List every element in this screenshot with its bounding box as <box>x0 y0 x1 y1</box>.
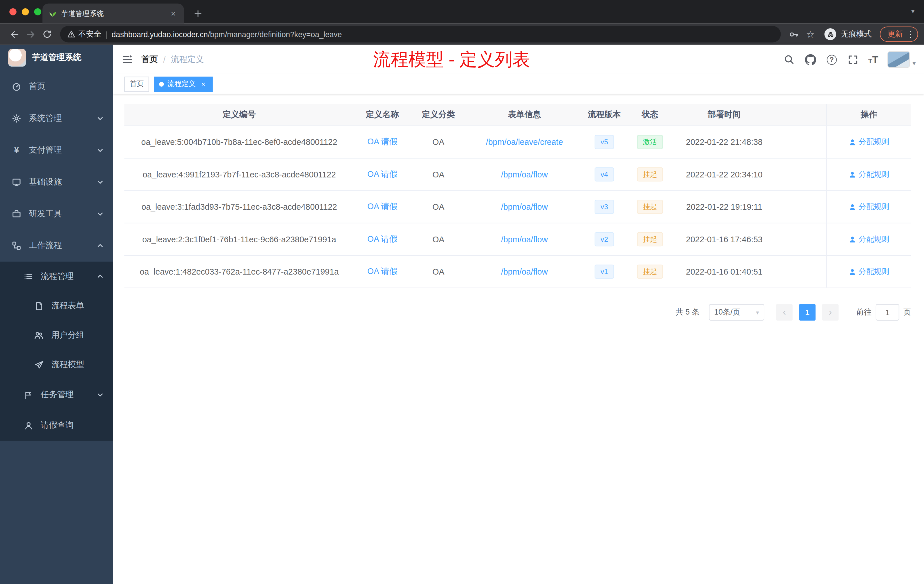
sidebar-item-user-group[interactable]: 用户分组 <box>0 320 113 350</box>
window-minimize-button[interactable] <box>22 8 29 15</box>
goto-label: 前往 <box>856 307 872 318</box>
browser-menu-icon[interactable]: ⋮ <box>906 30 915 39</box>
users-icon <box>34 331 44 340</box>
tab-search-chevron-icon[interactable]: ▾ <box>911 8 914 15</box>
form-link[interactable]: /bpm/oa/leave/create <box>486 137 563 147</box>
definition-id: oa_leave:5:004b710b-7b8a-11ec-8ef0-acde4… <box>141 137 337 147</box>
sidebar-item-task-management[interactable]: 任务管理 <box>0 379 113 410</box>
flag-icon <box>24 390 33 399</box>
font-small-glyph: T <box>868 57 872 64</box>
chevron-down-icon <box>97 178 104 186</box>
definition-name-link[interactable]: OA 请假 <box>368 234 398 244</box>
table-row: oa_leave:2:3c1f0ef1-76b1-11ec-9c66-a2380… <box>124 223 911 256</box>
action-label: 分配规则 <box>858 201 889 212</box>
assign-rule-button[interactable]: 分配规则 <box>848 234 889 244</box>
definition-category: OA <box>432 267 445 276</box>
next-page-button[interactable]: › <box>822 304 838 320</box>
version-badge: v4 <box>594 167 614 182</box>
deploy-time: 2022-01-22 20:34:10 <box>686 170 762 179</box>
sidebar-item-leave-query[interactable]: 请假查询 <box>0 410 113 441</box>
question-glyph: ? <box>827 54 837 64</box>
form-link[interactable]: /bpm/oa/flow <box>501 234 548 244</box>
window-close-button[interactable] <box>10 8 16 15</box>
sidebar-item-home[interactable]: 首页 <box>0 71 113 102</box>
help-icon[interactable]: ? <box>826 54 837 66</box>
breadcrumb-home[interactable]: 首页 <box>142 54 158 65</box>
incognito-icon <box>824 28 836 40</box>
fullscreen-icon[interactable] <box>847 54 859 66</box>
sidebar-item-workflow[interactable]: 工作流程 <box>0 230 113 261</box>
page-content: 定义编号 定义名称 定义分类 表单信息 流程版本 状态 部署时间 操作 oa_l… <box>113 94 924 584</box>
breadcrumb-separator: / <box>163 55 165 64</box>
page-size-select[interactable]: 10条/页 ▾ <box>709 304 764 320</box>
list-icon <box>24 272 33 281</box>
document-icon <box>34 301 44 310</box>
address-bar[interactable]: 不安全 | dashboard.yudao.iocoder.cn/bpm/man… <box>60 26 780 43</box>
hamburger-icon[interactable] <box>113 54 142 65</box>
version-badge: v3 <box>594 200 614 214</box>
table-row: oa_leave:3:1fad3d93-7b75-11ec-a3c8-acde4… <box>124 191 911 223</box>
chrome-update-button[interactable]: 更新 ⋮ <box>880 26 918 42</box>
sidebar-item-label: 流程管理 <box>41 271 74 282</box>
definition-category: OA <box>432 234 445 244</box>
goto-page-input[interactable] <box>876 304 899 320</box>
active-dot <box>159 82 164 87</box>
form-link[interactable]: /bpm/oa/flow <box>501 267 548 276</box>
table-row: oa_leave:1:482ec033-762a-11ec-8477-a2380… <box>124 256 911 288</box>
status-badge: 挂起 <box>637 167 663 182</box>
window-zoom-button[interactable] <box>34 8 41 15</box>
back-icon[interactable] <box>6 26 23 43</box>
font-large-glyph: T <box>872 55 878 64</box>
definition-table: 定义编号 定义名称 定义分类 表单信息 流程版本 状态 部署时间 操作 oa_l… <box>124 104 911 288</box>
form-link[interactable]: /bpm/oa/flow <box>501 202 548 211</box>
current-page-button[interactable]: 1 <box>799 304 816 320</box>
tag-close-icon[interactable]: × <box>199 80 208 88</box>
tab-close-icon[interactable]: × <box>168 9 178 18</box>
sidebar-logo[interactable]: 芋道管理系统 <box>0 45 113 71</box>
sidebar-item-payment[interactable]: ¥ 支付管理 <box>0 134 113 166</box>
definition-id: oa_leave:2:3c1f0ef1-76b1-11ec-9c66-a2380… <box>142 234 336 244</box>
sidebar-item-infrastructure[interactable]: 基础设施 <box>0 166 113 198</box>
assign-rule-button[interactable]: 分配规则 <box>848 169 889 180</box>
tag-home[interactable]: 首页 <box>124 76 149 92</box>
bookmark-star-icon[interactable]: ☆ <box>802 26 818 43</box>
col-header-time: 部署时间 <box>674 104 775 125</box>
assign-rule-button[interactable]: 分配规则 <box>848 137 889 147</box>
sidebar-item-process-model[interactable]: 流程模型 <box>0 350 113 379</box>
definition-name-link[interactable]: OA 请假 <box>368 201 398 212</box>
tag-process-definition[interactable]: 流程定义 × <box>154 76 213 92</box>
logo-title: 芋道管理系统 <box>32 53 81 63</box>
forward-icon[interactable] <box>22 26 39 43</box>
sidebar-item-system[interactable]: 系统管理 <box>0 102 113 134</box>
definition-name-link[interactable]: OA 请假 <box>368 266 398 277</box>
browser-tab[interactable]: 芋道管理系统 × <box>43 3 184 23</box>
search-icon[interactable] <box>784 54 795 66</box>
github-icon[interactable] <box>805 54 816 66</box>
definition-name-link[interactable]: OA 请假 <box>368 169 398 180</box>
definition-name-link[interactable]: OA 请假 <box>368 137 398 147</box>
tag-label: 流程定义 <box>167 79 196 89</box>
navbar-actions: ? TT ▾ <box>784 51 924 68</box>
breadcrumb-current: 流程定义 <box>171 54 204 65</box>
avatar-image <box>888 51 910 68</box>
security-warning-icon[interactable] <box>67 30 76 38</box>
chevron-down-icon <box>97 147 104 154</box>
status-badge: 挂起 <box>637 200 663 214</box>
new-tab-button[interactable] <box>191 7 205 21</box>
sidebar-item-dev-tools[interactable]: 研发工具 <box>0 198 113 230</box>
font-size-icon[interactable]: TT <box>868 55 878 64</box>
definition-id: oa_leave:1:482ec033-762a-11ec-8477-a2380… <box>140 267 338 276</box>
gear-icon <box>12 114 21 123</box>
password-key-icon[interactable] <box>785 26 802 43</box>
prev-page-button[interactable]: ‹ <box>776 304 792 320</box>
sidebar-item-process-management[interactable]: 流程管理 <box>0 262 113 291</box>
user-avatar[interactable]: ▾ <box>888 51 916 68</box>
sidebar-item-label: 请假查询 <box>41 420 74 431</box>
form-link[interactable]: /bpm/oa/flow <box>501 170 548 179</box>
sidebar-item-process-form[interactable]: 流程表单 <box>0 291 113 320</box>
assign-rule-button[interactable]: 分配规则 <box>848 201 889 212</box>
assign-rule-button[interactable]: 分配规则 <box>848 266 889 277</box>
monitor-icon <box>12 177 21 187</box>
reload-icon[interactable] <box>39 26 55 43</box>
security-label[interactable]: 不安全 <box>78 29 101 40</box>
